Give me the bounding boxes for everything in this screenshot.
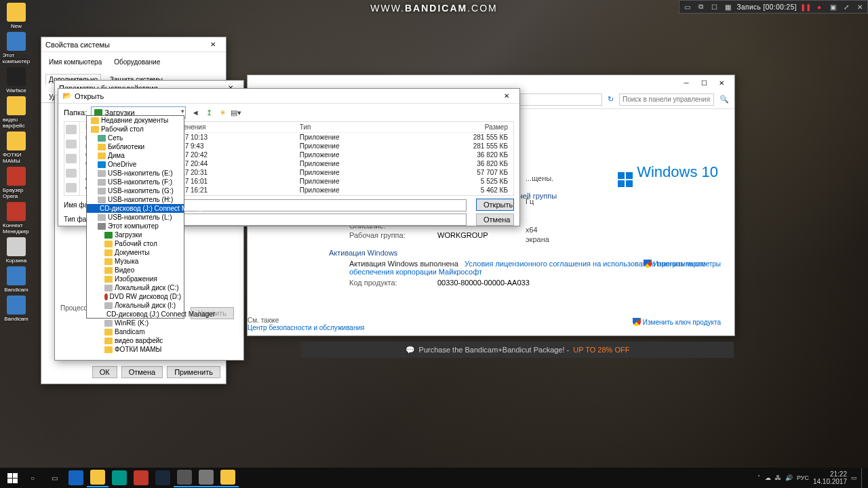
folder-tree-item[interactable]: Видео	[87, 266, 184, 274]
task-steam[interactable]	[152, 468, 174, 487]
tray-lang[interactable]: РУС	[797, 474, 809, 481]
folder-dropdown-list[interactable]: Недавние документыРабочий столСетьБиблио…	[86, 115, 184, 319]
views-icon[interactable]: ▤▾	[231, 107, 241, 118]
ok-button[interactable]: ОК	[92, 366, 117, 378]
task-settings[interactable]	[174, 468, 195, 487]
folder-tree-item[interactable]: CD-дисковод (J:) Connect Manager	[87, 310, 184, 319]
place-icon[interactable]	[66, 154, 77, 163]
refresh-icon[interactable]: ↻	[608, 95, 614, 104]
col-size[interactable]: Размер	[410, 122, 513, 133]
close-icon[interactable]: ✕	[204, 38, 222, 52]
folder-tree-item[interactable]: USB-накопитель (F:)	[87, 178, 184, 186]
folder-tree-item[interactable]: Bandicam	[87, 327, 184, 336]
desktop-icon[interactable]: ФОТКИ МАМЫ	[3, 131, 30, 164]
tray-notifications-icon[interactable]: ▭	[851, 474, 857, 481]
tray-clock[interactable]: 21:2214.10.2017	[813, 470, 847, 485]
folder-tree-item[interactable]: Изображения	[87, 274, 184, 283]
desktop-icon[interactable]: Warface	[3, 67, 30, 94]
folder-tree-item[interactable]: Документы	[87, 248, 184, 257]
desktop-icon[interactable]: New	[3, 3, 30, 29]
folder-tree-item[interactable]: USB-накопитель (E:)	[87, 169, 184, 178]
task-opera[interactable]	[130, 468, 152, 487]
close-icon[interactable]: ✕	[713, 76, 730, 89]
maximize-icon[interactable]: ☐	[695, 76, 713, 89]
search-icon[interactable]: 🔍	[719, 95, 729, 104]
show-desktop[interactable]	[861, 468, 865, 488]
desktop-icon[interactable]: видео варфейс	[3, 96, 30, 129]
tray-onedrive-icon[interactable]: ☁	[765, 474, 771, 481]
folder-tree-item[interactable]: OneDrive	[87, 160, 184, 169]
desktop-icon[interactable]: Корзина	[3, 237, 30, 264]
folder-tree-item[interactable]: DVD RW дисковод (D:)	[87, 292, 184, 301]
task-store[interactable]	[108, 468, 130, 487]
col-type[interactable]: Тип	[294, 122, 410, 133]
place-icon[interactable]	[66, 140, 77, 149]
folder-tree-item[interactable]: Библиотеки	[87, 142, 184, 151]
bandicam-promo-bar[interactable]: 💬 Purchase the Bandicam+Bandicut Package…	[301, 342, 734, 358]
folder-tree-item[interactable]: ФОТКИ МАМЫ	[87, 345, 184, 354]
bandicam-screen-icon[interactable]: ⧉	[696, 2, 705, 12]
minimize-icon[interactable]: ─	[677, 76, 695, 89]
tray-volume-icon[interactable]: 🔊	[785, 474, 793, 481]
folder-tree-item[interactable]: Дима	[87, 151, 184, 160]
security-center-link[interactable]: Центр безопасности и обслуживания	[248, 324, 364, 331]
change-product-key-link[interactable]: Изменить ключ продукта	[633, 318, 721, 326]
folder-tree-item[interactable]: Рабочий стол	[87, 125, 184, 134]
task-search[interactable]: ○	[22, 468, 43, 487]
folder-tree-item[interactable]: Недавние документы	[87, 116, 184, 125]
folder-tree-item[interactable]: Музыка	[87, 257, 184, 266]
folder-tree-item[interactable]: Загрузки	[87, 230, 184, 239]
search-input[interactable]	[619, 94, 714, 106]
folder-tree-item[interactable]: Локальный диск (C:)	[87, 283, 184, 292]
task-taskview[interactable]: ▭	[43, 468, 65, 487]
task-app2[interactable]	[217, 468, 239, 487]
place-icon[interactable]	[66, 169, 77, 178]
folder-tree-item[interactable]: WinRE (K:)	[87, 319, 184, 327]
open-button[interactable]: Открыть	[476, 199, 514, 211]
bandicam-window-icon[interactable]: ☐	[709, 2, 719, 12]
folder-tree-item[interactable]: USB-накопитель (H:)	[87, 195, 184, 204]
tray-chevron-icon[interactable]: ˄	[757, 474, 761, 481]
start-button[interactable]	[3, 468, 22, 487]
tab-computer-name[interactable]: Имя компьютера	[45, 56, 105, 67]
folder-label: Папка:	[64, 108, 87, 117]
cancel-button[interactable]: Отмена	[476, 214, 514, 226]
folder-tree-item[interactable]: Этот компьютер	[87, 222, 184, 230]
desktop-icon[interactable]: Браузер Opera	[3, 167, 30, 199]
place-icon[interactable]	[66, 125, 77, 134]
titlebar[interactable]: Свойства системы ✕	[41, 37, 226, 52]
expand-icon[interactable]: ⤢	[842, 2, 851, 12]
titlebar[interactable]: 📂 Открыть ✕	[58, 89, 519, 104]
task-explorer[interactable]	[87, 468, 108, 487]
desktop-icon[interactable]: Bandicam	[3, 296, 30, 322]
folder-tree-item[interactable]: CD-дисковод (J:) Connect Manager	[87, 204, 184, 213]
desktop-icon[interactable]: Коннект Менеджер	[3, 202, 30, 235]
tray-network-icon[interactable]: 🖧	[775, 474, 781, 481]
change-settings-link[interactable]: Изменить параметры	[644, 260, 721, 268]
camera-icon[interactable]: ▣	[828, 2, 837, 12]
close-icon[interactable]: ✕	[855, 2, 865, 12]
folder-tree-item[interactable]: Локальный диск (I:)	[87, 301, 184, 310]
bandicam-game-icon[interactable]: ▦	[723, 2, 732, 12]
apply-button[interactable]: Применить	[167, 366, 220, 378]
folder-icon	[98, 170, 106, 177]
desktop-icon[interactable]: Этот компьютер	[3, 32, 30, 64]
folder-tree-item[interactable]: Рабочий стол	[87, 239, 184, 248]
folder-tree-item[interactable]: видео варфейс	[87, 336, 184, 345]
close-icon[interactable]: ✕	[498, 89, 515, 103]
bandicam-mode-icon[interactable]: ▭	[682, 2, 692, 12]
desktop-icon[interactable]: Bandicam	[3, 266, 30, 293]
place-icon[interactable]	[66, 183, 77, 192]
folder-tree-item[interactable]: USB-накопитель (L:)	[87, 213, 184, 222]
new-folder-icon[interactable]: ✳	[217, 107, 228, 118]
up-icon[interactable]: ↥	[203, 107, 214, 118]
folder-tree-item[interactable]: Сеть	[87, 134, 184, 142]
pause-icon[interactable]: ❚❚	[801, 2, 810, 12]
back-icon[interactable]: ◄	[190, 107, 201, 118]
tab-hardware[interactable]: Оборудование	[111, 56, 163, 67]
cancel-button[interactable]: Отмена	[121, 366, 163, 378]
task-edge[interactable]	[65, 468, 87, 487]
folder-tree-item[interactable]: USB-накопитель (G:)	[87, 186, 184, 195]
task-app[interactable]	[195, 468, 217, 487]
record-icon[interactable]: ●	[814, 2, 824, 12]
